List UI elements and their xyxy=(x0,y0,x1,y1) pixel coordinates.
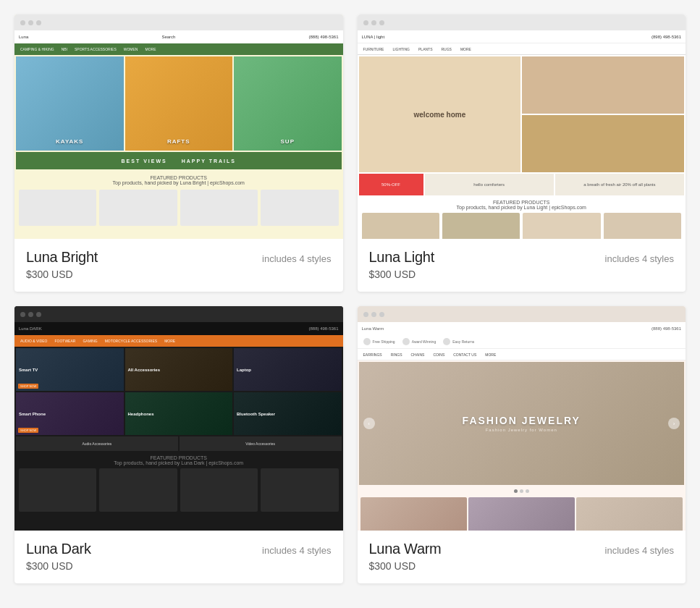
dark-item-accessory: All Accessories xyxy=(125,348,233,391)
featured-title-bright: FEATURED PRODUCTS xyxy=(19,175,339,180)
product-thumb-4 xyxy=(261,190,338,226)
price-light: $300 USD xyxy=(369,269,675,280)
hero-warm: ‹ FASHION JEWELRY Fashion Jewelry for Wo… xyxy=(359,362,685,485)
logo-dark: Luna DARK xyxy=(19,326,42,331)
card-luna-light[interactable]: LUNA | light (898) 498-5361 FURNITURE LI… xyxy=(358,14,686,292)
menu-warm: EARRINGS RINGS CHAINS COINS CONTACT US M… xyxy=(358,349,686,360)
hero-label-2: RAFTS xyxy=(167,138,190,145)
featured-sub-light: Top products, hand picked by Luna Light … xyxy=(360,205,683,210)
hero-sup: SUP xyxy=(234,56,342,151)
welcome-text: welcome home xyxy=(414,111,466,119)
title-row-light: Luna Light includes 4 styles xyxy=(369,249,675,266)
dark-label-tv: Smart TV xyxy=(19,368,38,372)
hero-light: welcome home xyxy=(359,56,685,172)
banner-item-2-light: hello comforters xyxy=(425,174,554,195)
hero-text-warm: FASHION JEWELRY Fashion Jewelry for Wome… xyxy=(463,415,581,432)
featured-title-dark: FEATURED PRODUCTS xyxy=(17,455,340,460)
dark-item-phone: Smart Phone SHOP NOW xyxy=(16,392,124,435)
dark-banner-video: Video Accessories xyxy=(180,436,342,451)
hero-bright: KAYAKS RAFTS SUP xyxy=(16,56,342,151)
hero-arrow-left: ‹ xyxy=(363,418,375,429)
dark-item-laptop: Laptop xyxy=(234,348,342,391)
browser-dot-w3 xyxy=(379,312,384,317)
title-warm: Luna Warm xyxy=(369,541,442,557)
dark-menu-3: GAMING xyxy=(83,339,97,343)
dark-label-accessory: All Accessories xyxy=(128,368,160,372)
price-dark: $300 USD xyxy=(26,560,332,572)
card-image-dark: Luna DARK (888) 498-5361 AUDIO & VIDEO F… xyxy=(14,306,343,531)
dark-col-1: Smart TV SHOP NOW Smart Phone SHOP NOW xyxy=(16,348,124,435)
browser-dot-d2 xyxy=(28,312,33,317)
hero-kayaks: KAYAKS xyxy=(16,56,124,151)
banner-light: 50%-OFF hello comforters a breath of fre… xyxy=(359,174,685,195)
hero-label-3: SUP xyxy=(281,138,295,145)
dark-badge-tv: SHOP NOW xyxy=(18,384,38,389)
hero-br-light xyxy=(522,115,684,172)
menu-item-3: SPORTS ACCESSORIES xyxy=(75,47,117,51)
featured-bright: FEATURED PRODUCTS Top products, hand pic… xyxy=(14,171,343,190)
badge-award-label: Award Winning xyxy=(412,339,437,344)
product-light-2 xyxy=(442,213,520,239)
nav-bar-warm: Luna Warm (888) 498-5361 xyxy=(358,322,686,335)
dark-product-3 xyxy=(180,468,258,512)
phone-bright: (888) 498-5361 xyxy=(308,35,338,39)
dark-menu-1: AUDIO & VIDEO xyxy=(20,339,48,343)
browser-dot-d1 xyxy=(20,312,25,317)
shipping-icon xyxy=(363,338,371,345)
menu-bright: CAMPING & HIKING NBI SPORTS ACCESSORIES … xyxy=(14,43,343,55)
hero-dots-warm xyxy=(358,486,686,496)
dark-product-4 xyxy=(261,468,338,512)
title-bright: Luna Bright xyxy=(26,249,98,266)
dark-product-2 xyxy=(99,468,177,512)
price-bright: $300 USD xyxy=(26,269,332,280)
product-thumb-2 xyxy=(99,190,177,226)
dark-banner-audio: Audio Accessories xyxy=(16,436,178,451)
browser-bar-warm xyxy=(358,306,686,322)
phone-warm: (888) 498-5361 xyxy=(651,326,681,331)
featured-dark: FEATURED PRODUCTS Top products, hand pic… xyxy=(14,452,343,468)
title-row-bright: Luna Bright includes 4 styles xyxy=(26,249,332,266)
light-menu-3: PLANTS xyxy=(418,47,432,51)
badge-award: Award Winning xyxy=(402,338,437,345)
logo-light: LUNA | light xyxy=(362,35,385,39)
menu-item-1: CAMPING & HIKING xyxy=(20,47,54,51)
menu-item-5: MORE xyxy=(145,47,156,51)
product-light-1 xyxy=(362,213,439,239)
warm-menu-4: COINS xyxy=(433,352,444,357)
hero-main-light: welcome home xyxy=(359,56,521,172)
dark-col-3: Laptop Bluetooth Speaker xyxy=(234,348,342,435)
card-image-light: LUNA | light (898) 498-5361 FURNITURE LI… xyxy=(358,14,686,239)
card-luna-warm[interactable]: Luna Warm (888) 498-5361 Free Shipping A… xyxy=(358,306,686,583)
dark-menu-4: MOTORCYCLE ACCESSORIES xyxy=(105,339,157,343)
warm-menu-6: MORE xyxy=(485,352,496,357)
browser-dot-2 xyxy=(28,20,33,25)
warm-product-pendants: GOLD PENDANTS xyxy=(360,497,467,531)
title-dark: Luna Dark xyxy=(26,541,91,557)
card-info-bright: Luna Bright includes 4 styles $300 USD xyxy=(14,239,343,292)
card-luna-bright[interactable]: Luna Search (888) 498-5361 CAMPING & HIK… xyxy=(14,14,343,292)
browser-dot-l1 xyxy=(363,20,368,25)
browser-bar-light xyxy=(358,14,686,30)
dark-label-phone: Smart Phone xyxy=(19,412,46,416)
includes-bright: includes 4 styles xyxy=(262,253,331,264)
featured-light: FEATURED PRODUCTS Top products, hand pic… xyxy=(358,197,686,213)
warm-menu-1: EARRINGS xyxy=(363,352,382,357)
hero-arrow-right: › xyxy=(668,418,680,429)
browser-bar-bright xyxy=(14,14,343,30)
card-luna-dark[interactable]: Luna DARK (888) 498-5361 AUDIO & VIDEO F… xyxy=(14,306,343,583)
featured-sub-bright: Top products, hand picked by Luna Bright… xyxy=(19,180,339,185)
menu-light: FURNITURE LIGHTING PLANTS RUGS MORE xyxy=(358,43,686,55)
products-light xyxy=(358,213,686,239)
hero-rafts: RAFTS xyxy=(125,56,233,151)
dark-badge-phone: SHOP NOW xyxy=(18,428,38,433)
nav-bar-light: LUNA | light (898) 498-5361 xyxy=(358,30,686,43)
dark-label-bluetooth: Bluetooth Speaker xyxy=(237,412,275,416)
price-warm: $300 USD xyxy=(369,560,675,572)
browser-dot-w2 xyxy=(371,312,376,317)
product-grid-warm: GOLD PENDANTS EARRINGS DIAMOND RINGS xyxy=(358,496,686,531)
badge-returns-label: Easy Returns xyxy=(452,339,474,344)
light-menu-2: LIGHTING xyxy=(392,47,410,51)
returns-icon xyxy=(443,338,450,345)
hero-title-warm: FASHION JEWELRY xyxy=(463,415,581,426)
warm-product-earrings: EARRINGS xyxy=(468,497,575,531)
